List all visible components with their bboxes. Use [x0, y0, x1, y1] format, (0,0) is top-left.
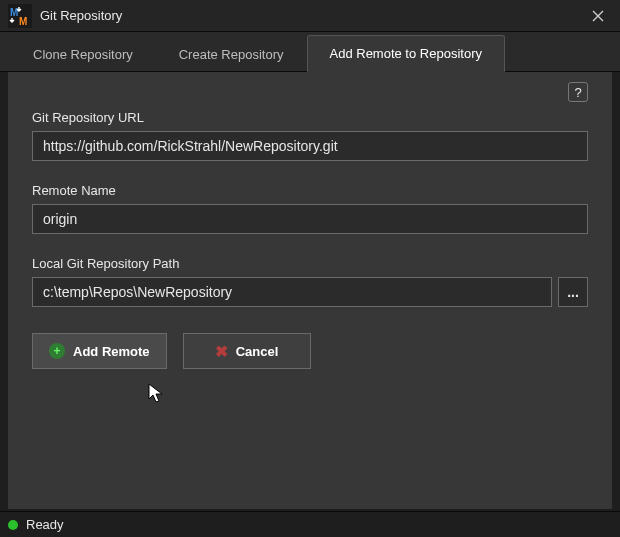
remote-name-input[interactable]: [32, 204, 588, 234]
label-local-path: Local Git Repository Path: [32, 256, 588, 271]
label-remote-name: Remote Name: [32, 183, 588, 198]
tab-add-remote[interactable]: Add Remote to Repository: [307, 35, 505, 72]
titlebar: M M Git Repository: [0, 0, 620, 32]
plus-circle-icon: +: [49, 343, 65, 359]
status-indicator-icon: [8, 520, 18, 530]
statusbar: Ready: [0, 511, 620, 537]
svg-text:M: M: [19, 16, 27, 27]
close-icon: [592, 10, 604, 22]
content-panel: ? Git Repository URL Remote Name Local G…: [8, 72, 612, 509]
window-title: Git Repository: [40, 8, 584, 23]
tab-create-repository[interactable]: Create Repository: [156, 36, 307, 72]
status-text: Ready: [26, 517, 64, 532]
help-button[interactable]: ?: [568, 82, 588, 102]
app-icon: M M: [8, 4, 32, 28]
local-path-input[interactable]: [32, 277, 552, 307]
add-remote-button[interactable]: + Add Remote: [32, 333, 167, 369]
add-remote-button-label: Add Remote: [73, 344, 150, 359]
cancel-icon: ✖: [215, 342, 228, 361]
svg-text:M: M: [10, 7, 18, 18]
cancel-button-label: Cancel: [236, 344, 279, 359]
browse-button[interactable]: ...: [558, 277, 588, 307]
label-git-url: Git Repository URL: [32, 110, 588, 125]
tabbar: Clone Repository Create Repository Add R…: [0, 32, 620, 72]
cancel-button[interactable]: ✖ Cancel: [183, 333, 311, 369]
tab-clone-repository[interactable]: Clone Repository: [10, 36, 156, 72]
close-button[interactable]: [584, 2, 612, 30]
git-url-input[interactable]: [32, 131, 588, 161]
